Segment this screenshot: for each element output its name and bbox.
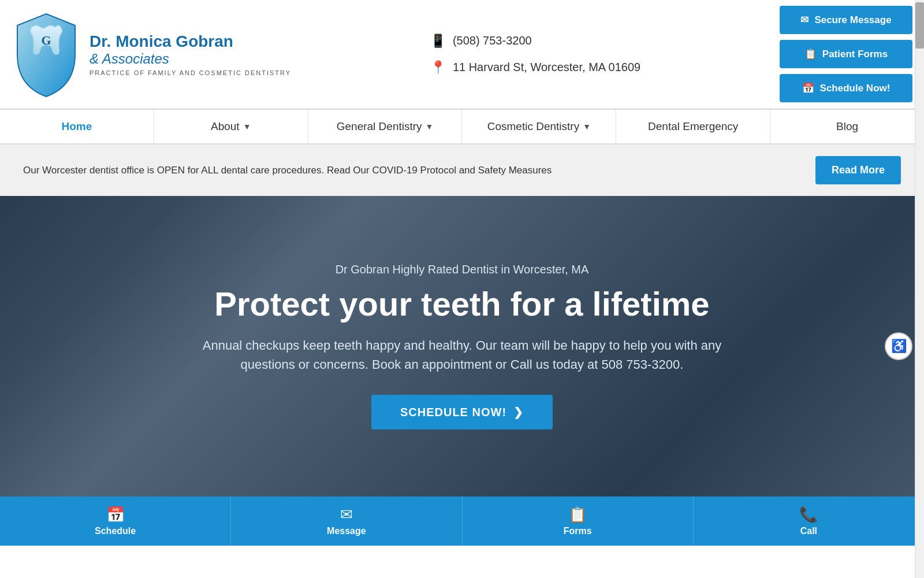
secure-message-label: Secure Message	[814, 14, 891, 26]
footer-calendar-icon: 📅	[106, 506, 125, 524]
navbar: Home About ▼ General Dentistry ▼ Cosmeti…	[0, 109, 924, 144]
practice-name-line2: & Associates	[90, 51, 291, 67]
nav-item-dental-emergency[interactable]: Dental Emergency	[616, 110, 770, 143]
footer-forms-label: Forms	[564, 526, 592, 536]
calendar-icon: 📅	[802, 82, 814, 94]
footer-clipboard-icon: 📋	[568, 506, 587, 524]
hero-content: Dr Gobran Highly Rated Dentist in Worces…	[188, 263, 736, 430]
hero-section: Dr Gobran Highly Rated Dentist in Worces…	[0, 196, 924, 497]
phone-number: (508) 753-3200	[453, 34, 532, 47]
about-dropdown-arrow: ▼	[243, 122, 251, 131]
secure-message-button[interactable]: ✉ Secure Message	[780, 6, 912, 34]
contact-info: 📱 (508) 753-3200 📍 11 Harvard St, Worces…	[430, 34, 640, 75]
hero-subtitle: Dr Gobran Highly Rated Dentist in Worces…	[188, 263, 736, 276]
scrollbar[interactable]	[915, 0, 924, 546]
footer-phone-icon: 📞	[799, 506, 818, 524]
address-text: 11 Harvard St, Worcester, MA 01609	[453, 61, 640, 74]
footer-message-label: Message	[327, 526, 366, 536]
nav-about-label: About	[211, 120, 240, 133]
footer-message[interactable]: ✉ Message	[231, 497, 462, 546]
footer-schedule[interactable]: 📅 Schedule	[0, 497, 231, 546]
cosmetic-dentistry-dropdown-arrow: ▼	[583, 122, 591, 131]
schedule-now-label: Schedule Now!	[820, 83, 891, 94]
logo-area: G Dr. Monica Gobran & Associates Practic…	[12, 11, 291, 98]
practice-name-line1: Dr. Monica Gobran	[90, 32, 291, 51]
logo-icon: G	[12, 11, 81, 98]
patient-forms-label: Patient Forms	[822, 49, 888, 60]
scrollbar-thumb[interactable]	[915, 2, 924, 49]
envelope-icon: ✉	[800, 14, 808, 26]
phone-contact[interactable]: 📱 (508) 753-3200	[430, 34, 532, 49]
logo-text: Dr. Monica Gobran & Associates Practice …	[90, 32, 291, 77]
read-more-button[interactable]: Read More	[815, 156, 901, 184]
nav-item-blog[interactable]: Blog	[770, 110, 924, 143]
footer-envelope-icon: ✉	[340, 506, 353, 524]
patient-forms-button[interactable]: 📋 Patient Forms	[780, 40, 912, 68]
nav-item-home[interactable]: Home	[0, 110, 154, 143]
alert-bar: Our Worcester dentist office is OPEN for…	[0, 144, 924, 196]
hero-cta-label: SCHEDULE NOW!	[400, 406, 506, 419]
schedule-now-button[interactable]: 📅 Schedule Now!	[780, 74, 912, 102]
nav-general-dentistry-label: General Dentistry	[337, 120, 422, 133]
nav-item-about[interactable]: About ▼	[154, 110, 308, 143]
footer-call[interactable]: 📞 Call	[694, 497, 924, 546]
footer-forms[interactable]: 📋 Forms	[463, 497, 694, 546]
footer-call-label: Call	[800, 526, 817, 536]
practice-tagline: Practice of Family and Cosmetic Dentistr…	[90, 69, 291, 76]
clipboard-icon: 📋	[804, 48, 817, 60]
alert-message: Our Worcester dentist office is OPEN for…	[23, 165, 552, 176]
nav-home-label: Home	[62, 120, 92, 133]
hero-title: Protect your teeth for a lifetime	[188, 286, 736, 323]
accessibility-button[interactable]: ♿	[885, 332, 912, 360]
svg-text:G: G	[41, 33, 51, 47]
hero-cta-button[interactable]: SCHEDULE NOW! ❯	[371, 395, 553, 429]
header: G Dr. Monica Gobran & Associates Practic…	[0, 0, 924, 109]
footer-schedule-label: Schedule	[95, 526, 136, 536]
nav-dental-emergency-label: Dental Emergency	[648, 120, 738, 133]
nav-blog-label: Blog	[836, 120, 858, 133]
accessibility-icon: ♿	[891, 339, 907, 354]
address-contact[interactable]: 📍 11 Harvard St, Worcester, MA 01609	[430, 60, 640, 75]
general-dentistry-dropdown-arrow: ▼	[426, 122, 434, 131]
footer-bar: 📅 Schedule ✉ Message 📋 Forms 📞 Call	[0, 497, 924, 546]
nav-item-general-dentistry[interactable]: General Dentistry ▼	[308, 110, 463, 143]
action-buttons: ✉ Secure Message 📋 Patient Forms 📅 Sched…	[780, 6, 912, 102]
nav-cosmetic-dentistry-label: Cosmetic Dentistry	[487, 120, 579, 133]
phone-icon: 📱	[430, 34, 446, 49]
map-pin-icon: 📍	[430, 60, 446, 75]
nav-item-cosmetic-dentistry[interactable]: Cosmetic Dentistry ▼	[462, 110, 616, 143]
hero-cta-arrow-icon: ❯	[513, 405, 524, 419]
hero-body: Annual checkups keep teeth happy and hea…	[188, 336, 736, 374]
